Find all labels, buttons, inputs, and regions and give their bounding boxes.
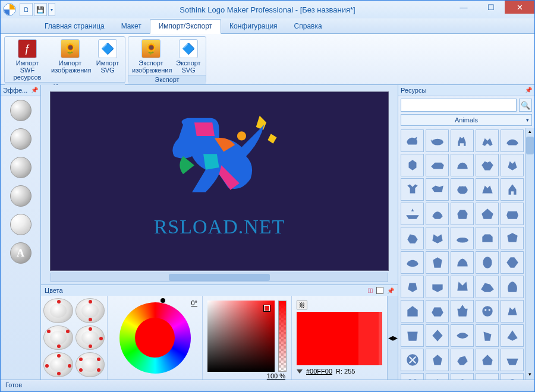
sat-val-picker[interactable] — [207, 301, 275, 372]
resource-item[interactable] — [501, 227, 524, 249]
pin-icon[interactable]: 📌 — [525, 87, 532, 94]
resource-item[interactable] — [401, 324, 424, 347]
expand-handle-icon[interactable]: ◂▸ — [387, 296, 398, 380]
resource-item[interactable] — [476, 178, 499, 201]
effect-preset-2[interactable] — [10, 128, 32, 150]
pin-icon[interactable]: 📌 — [387, 287, 394, 294]
resource-item[interactable] — [401, 203, 424, 225]
close-button[interactable]: ✕ — [505, 1, 534, 14]
tab-layout[interactable]: Макет — [113, 20, 150, 33]
export-image-button[interactable]: 🌻 Экспортизображения — [130, 38, 172, 75]
resource-item[interactable] — [501, 251, 524, 274]
effect-preset-4[interactable] — [10, 185, 32, 207]
resource-item[interactable] — [401, 276, 424, 298]
resource-item[interactable] — [401, 349, 424, 371]
resource-item[interactable] — [401, 178, 424, 201]
resource-item[interactable] — [476, 276, 499, 298]
color-swatch[interactable] — [297, 312, 382, 365]
resource-item[interactable] — [451, 324, 474, 347]
resource-item[interactable] — [426, 129, 449, 152]
swatch-dropdown-icon[interactable] — [297, 369, 303, 374]
resource-category-select[interactable]: Animals ▾ — [401, 114, 532, 126]
alpha-value[interactable]: 100 % — [267, 372, 285, 380]
resource-item[interactable] — [476, 300, 499, 323]
resource-search-input[interactable] — [401, 99, 517, 112]
resource-item[interactable] — [476, 129, 499, 152]
link-colors-icon[interactable]: ⛓ — [297, 301, 307, 309]
logo-artwork[interactable] — [152, 103, 287, 210]
eyedropper-icon[interactable]: �⃠ — [368, 287, 373, 294]
import-svg-button[interactable]: 🔷 ИмпортSVG — [92, 38, 124, 82]
resource-item[interactable] — [426, 178, 449, 201]
hue-degree-value[interactable]: 0° — [191, 299, 197, 306]
resource-item[interactable] — [451, 154, 474, 176]
resource-item[interactable] — [501, 324, 524, 347]
resource-item[interactable] — [476, 349, 499, 371]
pin-icon[interactable]: 📌 — [31, 87, 38, 94]
resource-item[interactable] — [476, 154, 499, 176]
sv-handle[interactable] — [264, 305, 270, 311]
resource-item[interactable] — [451, 300, 474, 323]
effect-preset-3[interactable] — [10, 157, 32, 178]
scroll-down-icon[interactable]: ▾ — [525, 371, 534, 380]
color-wheel[interactable] — [119, 302, 191, 374]
tab-config[interactable]: Конфигурация — [221, 20, 286, 33]
resource-item[interactable] — [501, 178, 524, 201]
resource-item[interactable] — [426, 300, 449, 323]
resource-item[interactable] — [401, 154, 424, 176]
logo-text[interactable]: RSLOAD.NET — [51, 216, 388, 238]
canvas-viewport[interactable]: RSLOAD.NET — [41, 85, 398, 273]
maximize-button[interactable]: ☐ — [477, 1, 505, 14]
tab-home[interactable]: Главная страница — [36, 20, 113, 33]
v-scroll-thumb[interactable] — [526, 137, 534, 154]
resource-item[interactable] — [451, 129, 474, 152]
import-swf-button[interactable]: ƒ Импорт SWFресурсов — [6, 38, 49, 82]
effect-preset-5[interactable] — [10, 214, 32, 235]
resource-item[interactable] — [476, 203, 499, 225]
resource-item[interactable] — [451, 203, 474, 225]
resource-item[interactable] — [476, 324, 499, 347]
resource-item[interactable] — [451, 251, 474, 274]
search-button[interactable]: 🔍 — [519, 99, 532, 112]
resource-item[interactable] — [401, 251, 424, 274]
scheme-knob-2[interactable] — [75, 298, 105, 323]
resource-item[interactable] — [451, 227, 474, 249]
resource-item[interactable] — [401, 300, 424, 323]
tab-import-export[interactable]: Импорт/Экспорт — [150, 19, 221, 34]
resource-item[interactable] — [501, 276, 524, 298]
export-svg-button[interactable]: 🔷 ЭкспортSVG — [172, 38, 204, 75]
hue-handle[interactable] — [160, 298, 165, 303]
effect-text-preset[interactable]: A — [10, 242, 32, 264]
scheme-knob-5[interactable] — [43, 352, 73, 377]
new-doc-button[interactable]: 🗋 — [20, 3, 33, 16]
resource-item[interactable] — [451, 178, 474, 201]
swatch-well-icon[interactable] — [376, 287, 383, 294]
hex-value[interactable]: #00FF00 — [306, 368, 332, 375]
scheme-knob-6[interactable] — [75, 352, 105, 377]
resource-item[interactable] — [426, 324, 449, 347]
horizontal-scrollbar[interactable] — [51, 273, 388, 282]
resource-item[interactable] — [426, 373, 449, 380]
resource-item[interactable] — [476, 227, 499, 249]
resource-item[interactable] — [501, 373, 524, 380]
scheme-knob-4[interactable] — [75, 325, 105, 350]
h-scroll-thumb[interactable] — [169, 274, 270, 281]
resource-item[interactable] — [426, 276, 449, 298]
resource-item[interactable] — [501, 129, 524, 152]
tab-help[interactable]: Справка — [286, 20, 331, 33]
vertical-scrollbar[interactable]: ▴ ▾ — [525, 128, 534, 380]
effect-preset-1[interactable] — [10, 100, 32, 121]
resource-item[interactable] — [426, 349, 449, 371]
resource-item[interactable] — [401, 129, 424, 152]
resource-item[interactable] — [451, 276, 474, 298]
resource-item[interactable] — [401, 373, 424, 380]
resource-item[interactable] — [426, 154, 449, 176]
app-logo-icon[interactable] — [1, 1, 18, 18]
resource-item[interactable] — [426, 251, 449, 274]
scroll-up-icon[interactable]: ▴ — [525, 128, 534, 137]
scheme-knob-3[interactable] — [43, 325, 73, 350]
resource-item[interactable] — [501, 349, 524, 371]
resource-item[interactable] — [451, 349, 474, 371]
alpha-slider[interactable] — [278, 301, 287, 372]
resource-item[interactable] — [501, 154, 524, 176]
